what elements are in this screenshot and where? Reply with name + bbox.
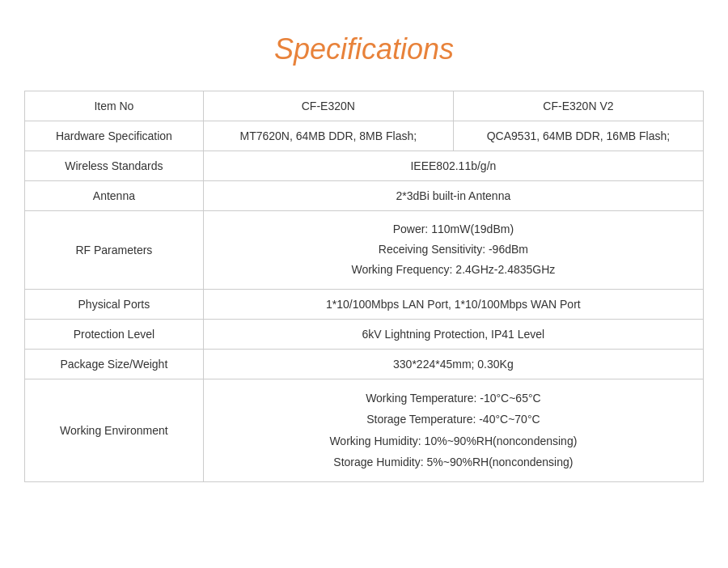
table-row: Wireless Standards IEEE802.11b/g/n	[25, 151, 704, 181]
table-row: Package Size/Weight 330*224*45mm; 0.30Kg	[25, 349, 704, 379]
hw-v2-cell: QCA9531, 64MB DDR, 16MB Flash;	[453, 121, 703, 151]
env-cell: Working Temperature: -10°C~65°C Storage …	[203, 379, 703, 481]
hw-v1-cell: MT7620N, 64MB DDR, 8MB Flash;	[203, 121, 453, 151]
rf-cell: Power: 110mW(19dBm) Receiving Sensitivit…	[203, 211, 703, 290]
header-label-cell: Item No	[25, 91, 204, 121]
page-wrapper: Specifications Item No CF-E320N CF-E320N…	[16, 16, 712, 507]
table-header-row: Item No CF-E320N CF-E320N V2	[25, 91, 704, 121]
row-label: Physical Ports	[25, 289, 204, 319]
ports-cell: 1*10/100Mbps LAN Port, 1*10/100Mbps WAN …	[203, 289, 703, 319]
wireless-cell: IEEE802.11b/g/n	[203, 151, 703, 181]
row-label: Antenna	[25, 181, 204, 211]
package-cell: 330*224*45mm; 0.30Kg	[203, 349, 703, 379]
row-label: Hardware Specification	[25, 121, 204, 151]
table-row: Physical Ports 1*10/100Mbps LAN Port, 1*…	[25, 289, 704, 319]
protection-cell: 6kV Lightning Protection, IP41 Level	[203, 319, 703, 349]
table-row: RF Parameters Power: 110mW(19dBm) Receiv…	[25, 211, 704, 290]
table-row: Hardware Specification MT7620N, 64MB DDR…	[25, 121, 704, 151]
antenna-cell: 2*3dBi built-in Antenna	[203, 181, 703, 211]
table-row: Antenna 2*3dBi built-in Antenna	[25, 181, 704, 211]
header-v2-cell: CF-E320N V2	[453, 91, 703, 121]
row-label: Wireless Standards	[25, 151, 204, 181]
row-label: RF Parameters	[25, 211, 204, 290]
row-label: Protection Level	[25, 319, 204, 349]
page-title: Specifications	[24, 32, 704, 66]
spec-table: Item No CF-E320N CF-E320N V2 Hardware Sp…	[24, 91, 704, 482]
row-label: Working Environment	[25, 379, 204, 481]
table-row: Protection Level 6kV Lightning Protectio…	[25, 319, 704, 349]
row-label: Package Size/Weight	[25, 349, 204, 379]
header-v1-cell: CF-E320N	[203, 91, 453, 121]
table-row: Working Environment Working Temperature:…	[25, 379, 704, 481]
